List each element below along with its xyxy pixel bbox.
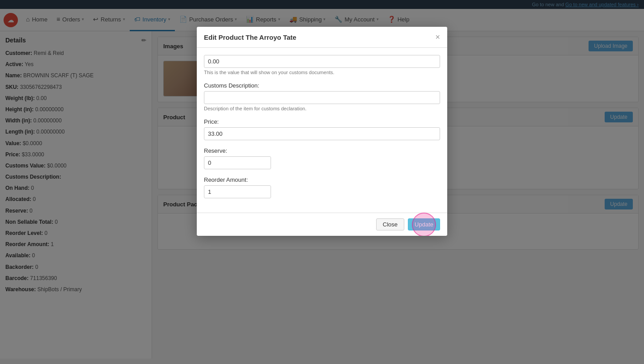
edit-product-modal: Edit Product The Arroyo Tate × This is t… [197,27,447,236]
customs-description-hint: Description of the item for customs decl… [204,106,440,111]
price-input[interactable] [204,127,440,140]
modal-overlay: Edit Product The Arroyo Tate × This is t… [0,0,644,359]
customs-description-input[interactable] [204,91,440,104]
modal-body: This is the value that will show on your… [197,48,447,213]
modal-close-btn[interactable]: Close [376,218,404,230]
modal-footer: Close Update ↖ [197,213,447,236]
reorder-amount-group: Reorder Amount: [204,176,440,198]
customs-value-input[interactable] [204,55,440,68]
reserve-label: Reserve: [204,147,440,154]
customs-description-label: Customs Description: [204,82,440,89]
price-label: Price: [204,118,440,125]
customs-value-group: This is the value that will show on your… [204,55,440,75]
modal-header: Edit Product The Arroyo Tate × [197,27,447,48]
modal-close-button[interactable]: × [435,33,440,41]
price-group: Price: [204,118,440,140]
reorder-amount-label: Reorder Amount: [204,176,440,183]
reserve-group: Reserve: [204,147,440,169]
customs-value-hint: This is the value that will show on your… [204,70,440,75]
modal-update-btn[interactable]: Update [408,218,440,230]
reserve-input[interactable] [204,156,271,169]
customs-description-group: Customs Description: Description of the … [204,82,440,111]
reorder-amount-input[interactable] [204,185,271,198]
modal-title: Edit Product The Arroyo Tate [204,33,297,41]
